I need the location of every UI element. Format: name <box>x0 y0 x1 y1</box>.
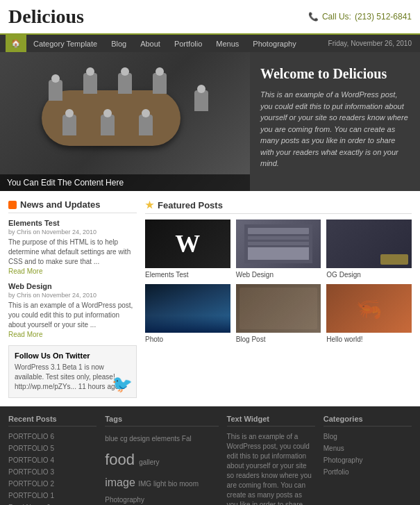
phone-number: (213) 512-6841 <box>355 12 412 22</box>
news-item-2-readmore[interactable]: Read More <box>8 331 42 338</box>
tag-cloud: blue cg design elements Fal food gallery… <box>105 432 218 505</box>
person-graphic <box>101 115 115 135</box>
twitter-box: Follow Us On Twitter WordPress 3.1 Beta … <box>8 345 137 398</box>
nav-item-about[interactable]: About <box>133 35 167 52</box>
hero-heading: Welcome to Delicious <box>260 66 410 82</box>
featured-item-5[interactable]: Blog Post <box>236 284 321 343</box>
featured-label-5: Blog Post <box>236 336 321 343</box>
nav-item-blog[interactable]: Blog <box>104 35 133 52</box>
nav-item-photography[interactable]: Photography <box>246 35 303 52</box>
featured-thumb-5 <box>236 284 321 333</box>
featured-item-2[interactable]: Web Design <box>236 220 321 279</box>
news-title-label: News and Updates <box>20 199 101 210</box>
nav-item-category[interactable]: Category Template <box>26 35 104 52</box>
footer-cat-0[interactable]: Blog <box>324 432 412 442</box>
tag-light[interactable]: light <box>153 480 168 488</box>
tag-food[interactable]: food <box>105 451 139 468</box>
news-item-1: Elements Test by Chris on November 24, 2… <box>8 219 137 275</box>
tag-design[interactable]: design <box>129 435 151 442</box>
news-item-1-readmore[interactable]: Read More <box>8 267 42 275</box>
footer-widget-text: This is an example of a WordPress post, … <box>227 432 315 505</box>
hero-text: Welcome to Delicious This is an example … <box>250 52 420 191</box>
twitter-title: Follow Us On Twitter <box>15 351 131 360</box>
nav-item-home[interactable]: 🏠 <box>6 35 26 52</box>
footer-recent-item-4[interactable]: PORTFOLIO 2 <box>8 479 96 489</box>
footer-recent-item-0[interactable]: PORTFOLIO 6 <box>8 432 96 442</box>
phone-icon: 📞 <box>308 12 319 22</box>
person-graphic <box>153 73 167 94</box>
featured-item-1[interactable]: Elements Test <box>145 220 230 279</box>
footer-cat-3[interactable]: Portfolio <box>324 467 412 477</box>
tag-image[interactable]: image <box>105 477 138 488</box>
featured-title-label: Featured Posts <box>158 200 223 210</box>
news-section-title: News and Updates <box>8 199 137 213</box>
tag-gallery[interactable]: gallery <box>139 458 159 466</box>
footer-recent-item-2[interactable]: PORTFOLIO 4 <box>8 456 96 465</box>
news-item-1-title[interactable]: Elements Test <box>8 219 137 227</box>
star-icon: ★ <box>145 199 154 210</box>
footer-tags-title: Tags <box>105 415 218 427</box>
news-item-2-excerpt: This is an example of a WordPress post, … <box>8 301 137 330</box>
person-graphic <box>49 80 62 101</box>
phone-info: 📞 Call Us: (213) 512-6841 <box>308 12 412 22</box>
person-graphic <box>62 115 76 135</box>
tag-fal[interactable]: Fal <box>182 435 192 442</box>
news-item-2-title[interactable]: Web Design <box>8 282 137 290</box>
featured-label-1: Elements Test <box>145 271 230 279</box>
site-header: Delicious 📞 Call Us: (213) 512-6841 <box>0 0 420 35</box>
footer-text-widget: Text Widget This is an example of a Word… <box>227 415 315 505</box>
hero-section: You Can Edit The Content Here Welcome to… <box>0 52 420 191</box>
featured-thumb-4 <box>145 284 230 333</box>
news-item-1-meta: by Chris on November 24, 2010 <box>8 229 137 235</box>
footer-widget-title: Text Widget <box>227 415 315 427</box>
featured-item-3[interactable]: OG Design <box>326 220 412 279</box>
person-graphic <box>118 73 132 94</box>
person-graphic <box>83 73 97 94</box>
hero-image: You Can Edit The Content Here <box>0 52 250 191</box>
featured-item-6[interactable]: 🦐 Hello world! <box>326 284 412 343</box>
site-footer: Recent Posts PORTFOLIO 6 PORTFOLIO 5 POR… <box>0 406 420 505</box>
featured-section-title: ★ Featured Posts <box>145 199 412 214</box>
footer-cat-2[interactable]: Photography <box>324 456 412 465</box>
featured-thumb-6: 🦐 <box>326 284 412 333</box>
rss-icon <box>8 201 17 209</box>
home-icon: 🏠 <box>11 39 21 47</box>
news-item-2: Web Design by Chris on November 24, 2010… <box>8 282 137 338</box>
hero-caption: You Can Edit The Content Here <box>0 174 250 191</box>
tag-img[interactable]: IMG <box>138 480 153 488</box>
footer-cat-1[interactable]: Menus <box>324 444 412 454</box>
footer-categories: Categories Blog Menus Photography Portfo… <box>324 415 412 505</box>
tag-blue[interactable]: blue <box>105 435 120 442</box>
featured-section: ★ Featured Posts Elements Test Web Desig… <box>145 199 412 398</box>
hero-body: This is an example of a WordPress post, … <box>260 89 410 169</box>
nav-item-menus[interactable]: Menus <box>209 35 246 52</box>
tag-photography[interactable]: Photography <box>105 496 144 504</box>
sidebar: News and Updates Elements Test by Chris … <box>8 199 137 398</box>
featured-label-3: OG Design <box>326 271 412 279</box>
phone-label: Call Us: <box>322 12 351 22</box>
featured-thumb-1 <box>145 220 230 268</box>
featured-thumb-2 <box>236 220 321 268</box>
footer-recent-posts: Recent Posts PORTFOLIO 6 PORTFOLIO 5 POR… <box>8 415 96 505</box>
featured-label-2: Web Design <box>236 271 321 279</box>
tag-moom[interactable]: moom <box>179 480 199 488</box>
featured-grid: Elements Test Web Design OG Desig <box>145 220 412 343</box>
site-title: Delicious <box>8 6 84 28</box>
tag-elements[interactable]: elements <box>152 435 182 442</box>
footer-recent-item-5[interactable]: PORTFOLIO 1 <box>8 491 96 501</box>
featured-label-4: Photo <box>145 336 230 343</box>
nav-date: Friday, November 26, 2010 <box>328 40 414 47</box>
nav-item-portfolio[interactable]: Portfolio <box>167 35 209 52</box>
featured-item-4[interactable]: Photo <box>145 284 230 343</box>
person-graphic <box>194 90 208 111</box>
footer-recent-item-1[interactable]: PORTFOLIO 5 <box>8 444 96 454</box>
footer-recent-item-3[interactable]: PORTFOLIO 3 <box>8 467 96 477</box>
featured-thumb-3 <box>326 220 412 268</box>
twitter-bird-icon: 🐦 <box>112 374 133 394</box>
tag-cg[interactable]: cg <box>120 435 129 442</box>
tag-bio[interactable]: bio <box>168 480 179 488</box>
meeting-scene <box>0 52 250 191</box>
person-graphic <box>139 115 153 135</box>
news-item-1-excerpt: The purpose of this HTML is to help dete… <box>8 238 137 267</box>
footer-categories-title: Categories <box>324 415 412 427</box>
